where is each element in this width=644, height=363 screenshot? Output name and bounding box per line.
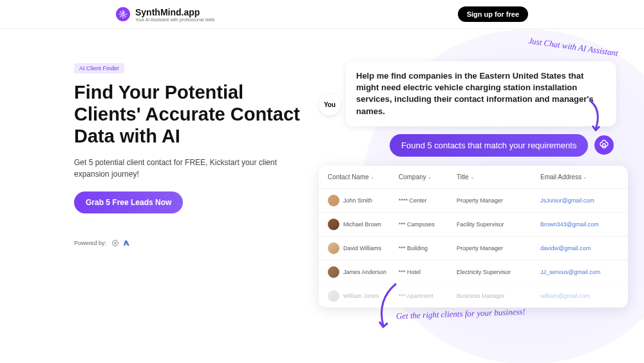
table-row[interactable]: Michael Brown *** Campuses Facility Supe… xyxy=(319,212,628,236)
ai-response-bubble: Found 5 contacts that match your require… xyxy=(390,134,588,157)
contact-name: Michael Brown xyxy=(343,221,381,228)
avatar xyxy=(328,242,339,254)
th-title[interactable]: Title ⌄ xyxy=(457,173,540,181)
user-message-bubble: Help me find companies in the Eastern Un… xyxy=(346,61,616,126)
table-row[interactable]: John Smith **** Center Property Manager … xyxy=(319,188,628,212)
azure-icon xyxy=(123,239,131,247)
arrow-down-icon xyxy=(583,97,609,135)
email-cell[interactable]: william@gmail.com xyxy=(540,293,619,299)
email-cell[interactable]: Brown343@gmail.com xyxy=(540,221,619,228)
company-cell: *** Hotel xyxy=(399,269,457,275)
company-cell: *** Campuses xyxy=(399,221,457,228)
th-email[interactable]: Email Address ⌄ xyxy=(540,173,619,181)
table-row[interactable]: William Jones *** Apartment Business Man… xyxy=(319,284,628,308)
hero-section: AI Client Finder Find Your Potential Cli… xyxy=(74,61,306,308)
signup-button[interactable]: Sign up for free xyxy=(458,6,528,22)
contacts-table: Contact Name ⌄ Company ⌄ Title ⌄ Email A… xyxy=(319,166,628,308)
powered-by: Powered by: xyxy=(74,239,306,247)
avatar xyxy=(328,195,339,206)
hero-subtitle: Get 5 potential client contact for FREE,… xyxy=(74,157,306,180)
header: SynthMind.app Your AI Assistant with pro… xyxy=(0,0,644,29)
brand-tagline: Your AI Assistant with professional skil… xyxy=(135,17,214,22)
hero-title: Find Your Potential Clients' Accurate Co… xyxy=(74,81,306,148)
logo[interactable]: SynthMind.app Your AI Assistant with pro… xyxy=(116,7,214,22)
ai-response-row: Found 5 contacts that match your require… xyxy=(390,134,644,157)
th-contact[interactable]: Contact Name ⌄ xyxy=(328,173,399,181)
contact-cell: Michael Brown xyxy=(328,219,399,230)
cta-button[interactable]: Grab 5 Free Leads Now xyxy=(74,191,183,213)
ai-brain-icon xyxy=(594,135,614,155)
title-cell: Electricity Supervisor xyxy=(457,269,540,275)
main-content: AI Client Finder Find Your Potential Cli… xyxy=(0,29,644,308)
chevron-down-icon: ⌄ xyxy=(583,174,587,180)
avatar xyxy=(328,290,339,302)
contact-cell: James Anderson xyxy=(328,266,399,278)
openai-icon xyxy=(111,239,119,247)
title-cell: Business Manager xyxy=(457,293,540,299)
arrow-curve-icon xyxy=(370,280,409,332)
brand-icon xyxy=(116,7,130,21)
table-row[interactable]: James Anderson *** Hotel Electricity Sup… xyxy=(319,260,628,284)
company-cell: **** Center xyxy=(399,197,457,204)
brand-name: SynthMind.app xyxy=(135,7,214,17)
svg-point-0 xyxy=(122,13,124,15)
company-cell: *** Building xyxy=(399,245,457,251)
powered-label: Powered by: xyxy=(74,240,106,246)
th-company[interactable]: Company ⌄ xyxy=(399,173,457,181)
contact-name: John Smith xyxy=(343,197,372,204)
chevron-down-icon: ⌄ xyxy=(370,174,375,180)
chevron-down-icon: ⌄ xyxy=(428,174,432,180)
title-cell: Property Manager xyxy=(457,245,540,251)
title-cell: Facility Supervisor xyxy=(457,221,540,228)
contact-name: James Anderson xyxy=(343,269,386,275)
chevron-down-icon: ⌄ xyxy=(470,174,475,180)
contact-cell: John Smith xyxy=(328,195,399,206)
email-cell[interactable]: JJ_serious@gmail.com xyxy=(540,269,619,275)
product-badge: AI Client Finder xyxy=(74,63,124,74)
title-cell: Property Manager xyxy=(457,197,540,204)
avatar xyxy=(328,219,339,230)
table-header: Contact Name ⌄ Company ⌄ Title ⌄ Email A… xyxy=(319,166,628,188)
demo-illustration: Just Chat with AI Assistant You Help me … xyxy=(319,61,644,308)
svg-point-2 xyxy=(603,144,606,147)
table-row[interactable]: David Williams *** Building Property Man… xyxy=(319,236,628,260)
email-cell[interactable]: JsJunior@gmail.com xyxy=(540,197,619,204)
contact-cell: David Williams xyxy=(328,242,399,254)
you-avatar: You xyxy=(319,93,341,115)
avatar xyxy=(328,266,339,278)
email-cell[interactable]: davidw@gmail.com xyxy=(540,245,619,251)
contact-name: David Williams xyxy=(343,245,381,251)
